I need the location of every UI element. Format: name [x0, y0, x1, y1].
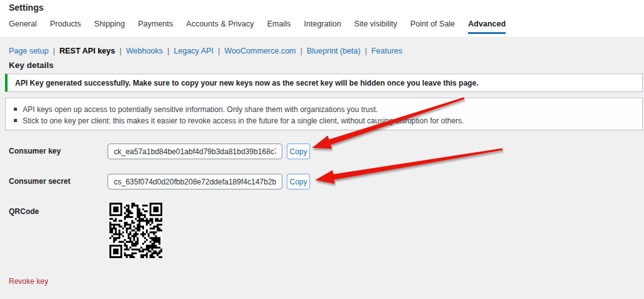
advanced-subnav: Page setup|REST API keys|Webhooks|Legacy… [9, 47, 402, 55]
tab-point-of-sale[interactable]: Point of Sale [410, 20, 455, 34]
info-bullet-one-key: Stick to one key per client: this makes … [14, 115, 636, 127]
tab-general[interactable]: General [9, 20, 36, 34]
subnav-item-features[interactable]: Features [371, 47, 402, 55]
success-notice-text: API Key generated successfully. Make sur… [15, 79, 479, 87]
subnav-item-blueprint-beta[interactable]: Blueprint (beta) [307, 47, 360, 55]
consumer-key-copy-button[interactable]: Copy [287, 144, 310, 159]
annotation-arrows [0, 0, 644, 299]
tab-integration[interactable]: Integration [304, 20, 341, 34]
key-details-heading: Key details [9, 60, 53, 70]
consumer-secret-copy-button[interactable]: Copy [287, 174, 310, 189]
qrcode-label: QRCode [9, 207, 39, 216]
tab-accounts-privacy[interactable]: Accounts & Privacy [186, 20, 254, 34]
subnav-item-page-setup[interactable]: Page setup [9, 47, 48, 55]
tab-emails[interactable]: Emails [267, 20, 291, 34]
subnav-separator: | [218, 47, 220, 55]
subnav-item-woocommerce-com[interactable]: WooCommerce.com [225, 47, 296, 55]
subnav-item-legacy-api[interactable]: Legacy API [174, 47, 213, 55]
tab-products[interactable]: Products [50, 20, 80, 34]
api-keys-info-box: API keys open up access to potentially s… [5, 98, 643, 130]
consumer-key-label: Consumer key [9, 147, 61, 155]
consumer-secret-label: Consumer secret [9, 177, 70, 186]
tab-site-visibility[interactable]: Site visibility [354, 20, 397, 34]
settings-header: Settings General Products Shipping Payme… [0, 0, 644, 37]
revoke-key-link[interactable]: Revoke key [9, 277, 48, 286]
settings-tabs: General Products Shipping Payments Accou… [9, 20, 506, 34]
woocommerce-settings-page: Settings General Products Shipping Payme… [0, 0, 644, 299]
subnav-separator: | [167, 47, 169, 55]
subnav-item-rest-api-keys[interactable]: REST API keys [60, 47, 115, 55]
subnav-separator: | [119, 47, 121, 55]
subnav-separator: | [53, 47, 55, 55]
consumer-secret-input[interactable] [108, 174, 282, 189]
info-bullet-sensitive: API keys open up access to potentially s… [14, 104, 636, 115]
subnav-separator: | [365, 47, 367, 55]
subnav-separator: | [301, 47, 303, 55]
success-notice: API Key generated successfully. Make sur… [5, 74, 643, 92]
tab-shipping[interactable]: Shipping [94, 20, 125, 34]
qr-code-image [109, 203, 162, 258]
page-title: Settings [9, 3, 43, 13]
tab-payments[interactable]: Payments [138, 20, 173, 34]
subnav-item-webhooks[interactable]: Webhooks [126, 47, 163, 55]
red-arrow-to-consumer-secret-copy [315, 149, 502, 184]
consumer-key-input[interactable] [108, 144, 282, 159]
tab-advanced[interactable]: Advanced [468, 20, 506, 34]
